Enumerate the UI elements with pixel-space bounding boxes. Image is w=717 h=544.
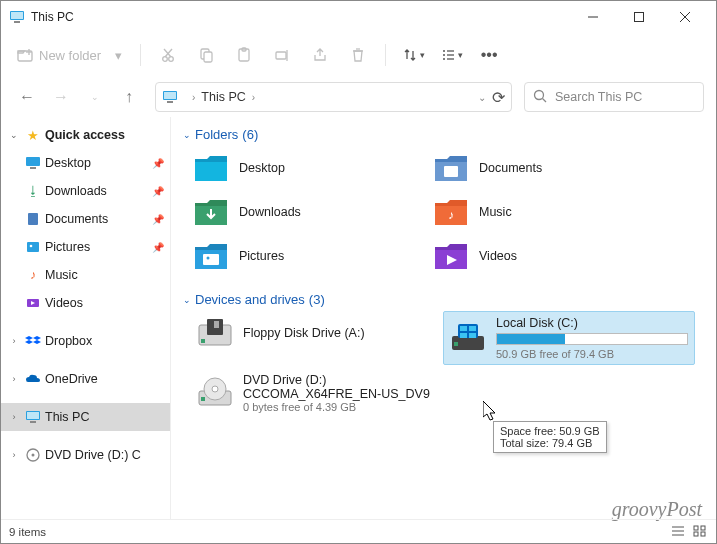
sidebar-item-this-pc[interactable]: › This PC [1, 403, 170, 431]
drives-group-header[interactable]: ⌄ Devices and drives (3) [171, 288, 710, 311]
folders-group-header[interactable]: ⌄ Folders (6) [171, 123, 710, 146]
expand-icon[interactable]: › [7, 374, 21, 384]
tooltip-line2: Total size: 79.4 GB [500, 437, 600, 449]
local-disk-icon [450, 320, 486, 356]
desktop-folder-icon [193, 150, 229, 186]
folder-label: Videos [479, 249, 517, 263]
sidebar-item-music[interactable]: ♪ Music [1, 261, 170, 289]
address-dropdown[interactable]: ⌄ [478, 92, 486, 103]
drive-name: Floppy Disk Drive (A:) [243, 326, 437, 340]
folder-videos[interactable]: Videos [431, 234, 671, 278]
documents-icon [25, 211, 41, 227]
svg-point-57 [207, 257, 210, 260]
sidebar-item-onedrive[interactable]: › OneDrive [1, 365, 170, 393]
address-bar[interactable]: › This PC › ⌄ ⟳ [155, 82, 512, 112]
collapse-icon: ⌄ [183, 295, 191, 305]
status-bar: 9 items [1, 519, 716, 543]
forward-button[interactable]: → [47, 83, 75, 111]
more-button[interactable]: ••• [472, 40, 506, 70]
folder-downloads[interactable]: Downloads [191, 190, 431, 234]
chevron-right-icon[interactable]: › [252, 92, 255, 103]
svg-rect-18 [276, 52, 286, 59]
drive-local-c[interactable]: Local Disk (C:) 50.9 GB free of 79.4 GB [443, 311, 695, 365]
share-button[interactable] [303, 40, 337, 70]
item-count: 9 items [9, 526, 46, 538]
drives-group: ⌄ Devices and drives (3) Floppy Disk Dri… [171, 288, 710, 417]
recent-button[interactable]: ⌄ [81, 83, 109, 111]
svg-rect-81 [694, 532, 698, 536]
svg-rect-33 [26, 157, 40, 166]
folder-pictures[interactable]: Pictures [191, 234, 431, 278]
tooltip-line1: Space free: 50.9 GB [500, 425, 600, 437]
tiles-view-button[interactable] [692, 524, 708, 540]
downloads-folder-icon [193, 194, 229, 230]
copy-button[interactable] [189, 40, 223, 70]
svg-rect-69 [460, 333, 467, 338]
svg-rect-34 [30, 167, 36, 169]
view-button[interactable]: ▾ [434, 40, 468, 70]
minimize-button[interactable] [570, 1, 616, 33]
sidebar-item-desktop[interactable]: Desktop 📌 [1, 149, 170, 177]
sidebar-item-dvd-drive[interactable]: › DVD Drive (D:) C [1, 441, 170, 469]
rename-button[interactable] [265, 40, 299, 70]
svg-rect-62 [214, 321, 219, 328]
maximize-button[interactable] [616, 1, 662, 33]
close-button[interactable] [662, 1, 708, 33]
svg-point-48 [32, 454, 35, 457]
videos-icon [25, 295, 41, 311]
expand-icon[interactable]: › [7, 412, 21, 422]
svg-rect-46 [30, 421, 36, 423]
sidebar-item-documents[interactable]: Documents 📌 [1, 205, 170, 233]
svg-rect-80 [701, 526, 705, 530]
svg-marker-42 [25, 340, 33, 344]
tooltip: Space free: 50.9 GB Total size: 79.4 GB [493, 421, 607, 453]
desktop-icon [25, 155, 41, 171]
new-folder-button[interactable]: New folder ▾ [9, 47, 130, 63]
search-input[interactable]: Search This PC [524, 82, 704, 112]
expand-icon[interactable]: › [7, 336, 21, 346]
folder-music[interactable]: ♪ Music [431, 190, 671, 234]
svg-line-32 [543, 98, 547, 102]
drive-floppy[interactable]: Floppy Disk Drive (A:) [191, 311, 443, 365]
expand-icon[interactable]: › [7, 450, 21, 460]
pin-icon: 📌 [152, 214, 164, 225]
svg-rect-4 [635, 13, 644, 22]
music-icon: ♪ [25, 267, 41, 283]
pictures-folder-icon [193, 238, 229, 274]
cut-button[interactable] [151, 40, 185, 70]
refresh-button[interactable]: ⟳ [492, 88, 505, 107]
breadcrumb-this-pc[interactable]: This PC [201, 90, 245, 104]
collapse-icon[interactable]: ⌄ [7, 130, 21, 140]
dropbox-icon [25, 333, 41, 349]
svg-rect-49 [195, 162, 227, 181]
sort-button[interactable]: ▾ [396, 40, 430, 70]
folder-label: Downloads [239, 205, 301, 219]
separator [385, 44, 386, 66]
sidebar-item-pictures[interactable]: Pictures 📌 [1, 233, 170, 261]
search-placeholder: Search This PC [555, 90, 642, 104]
floppy-drive-icon [197, 315, 233, 351]
window-title: This PC [31, 10, 570, 24]
drive-dvd[interactable]: DVD Drive (D:) CCCOMA_X64FRE_EN-US_DV9 0… [191, 369, 443, 417]
details-view-button[interactable] [670, 524, 686, 540]
up-button[interactable]: ↑ [115, 83, 143, 111]
toolbar: New folder ▾ ▾ ▾ ••• [1, 33, 716, 77]
chevron-right-icon[interactable]: › [192, 92, 195, 103]
titlebar: This PC [1, 1, 716, 33]
svg-line-12 [164, 49, 171, 57]
delete-button[interactable] [341, 40, 375, 70]
sidebar-item-videos[interactable]: Videos [1, 289, 170, 317]
paste-button[interactable] [227, 40, 261, 70]
sidebar-item-downloads[interactable]: ⭳ Downloads 📌 [1, 177, 170, 205]
svg-point-37 [30, 245, 33, 248]
svg-rect-35 [28, 213, 38, 225]
this-pc-icon [162, 89, 178, 105]
folder-documents[interactable]: Documents [431, 146, 671, 190]
drive-free-space: 50.9 GB free of 79.4 GB [496, 348, 688, 360]
back-button[interactable]: ← [13, 83, 41, 111]
folder-desktop[interactable]: Desktop [191, 146, 431, 190]
sidebar-item-dropbox[interactable]: › Dropbox [1, 327, 170, 355]
svg-rect-74 [201, 397, 205, 401]
sidebar-item-quick-access[interactable]: ⌄ ★ Quick access [1, 121, 170, 149]
svg-rect-65 [454, 342, 458, 346]
